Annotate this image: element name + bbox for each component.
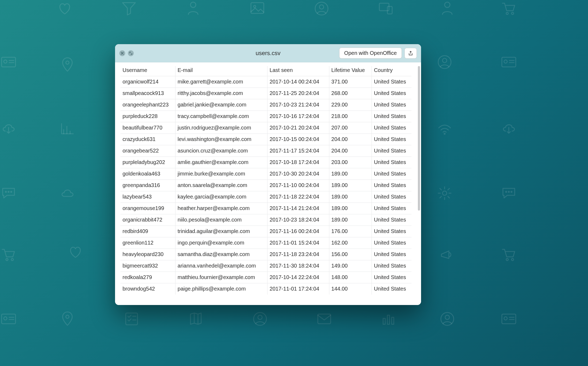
share-icon (408, 50, 413, 56)
quicklook-window: users.csv Open with OpenOffice Username (115, 44, 421, 305)
cell-ltv: 203.00 (329, 157, 372, 168)
fullscreen-button[interactable] (128, 50, 134, 56)
person-icon (185, 0, 202, 17)
svg-rect-6 (387, 6, 392, 14)
table-row: smallpeacock913ritthy.jacobs@example.com… (120, 88, 411, 99)
megaphone-icon (439, 246, 456, 263)
svg-rect-35 (318, 314, 331, 324)
table-row: orangebear522asuncion.cruz@example.com20… (120, 145, 411, 157)
svg-point-14 (442, 58, 447, 63)
cell-last_seen: 2017-11-01 15:24:04 (267, 237, 329, 249)
cart-icon (0, 246, 17, 263)
cell-country: United States (372, 99, 411, 111)
svg-point-27 (506, 258, 508, 261)
cell-username: purpleduck228 (120, 111, 175, 122)
cell-username: greenlion112 (120, 237, 175, 249)
close-icon (121, 52, 124, 55)
cell-username: redbird409 (120, 226, 175, 237)
cell-last_seen: 2017-11-18 22:24:04 (267, 191, 329, 203)
svg-point-18 (5, 191, 6, 192)
cell-ltv: 268.00 (329, 88, 372, 99)
mail-icon (316, 310, 333, 327)
col-country: Country (372, 66, 411, 76)
cell-email: anton.saarela@example.com (175, 180, 267, 191)
share-button[interactable] (404, 48, 417, 59)
svg-point-28 (511, 258, 514, 261)
svg-point-12 (66, 61, 69, 64)
svg-rect-37 (387, 315, 390, 324)
cell-country: United States (372, 76, 411, 88)
cell-ltv: 207.00 (329, 122, 372, 134)
cell-country: United States (372, 122, 411, 134)
svg-rect-38 (392, 317, 394, 324)
cell-country: United States (372, 249, 411, 260)
cell-username: lazybear543 (120, 191, 175, 203)
cell-last_seen: 2017-10-14 00:24:04 (267, 76, 329, 88)
cell-ltv: 149.00 (329, 260, 372, 272)
col-email: E-mail (175, 66, 267, 76)
pin-icon (59, 56, 76, 73)
image-icon (249, 0, 266, 17)
cell-ltv: 218.00 (329, 111, 372, 122)
cell-ltv: 176.00 (329, 226, 372, 237)
cell-ltv: 144.00 (329, 283, 372, 295)
col-lastseen: Last seen (267, 66, 329, 76)
table-row: goldenkoala463jimmie.burke@example.com20… (120, 168, 411, 180)
cell-email: paige.phillips@example.com (175, 283, 267, 295)
table-row: redkoala279matthieu.fournier@example.com… (120, 272, 411, 283)
table-row: beautifulbear770justin.rodriguez@example… (120, 122, 411, 134)
cell-last_seen: 2017-11-10 00:24:04 (267, 180, 329, 191)
table-header-row: Username E-mail Last seen Lifetime Value… (120, 66, 411, 76)
cell-username: organicrabbit472 (120, 214, 175, 226)
cell-email: ingo.perquin@example.com (175, 237, 267, 249)
cell-ltv: 189.00 (329, 191, 372, 203)
table-row: orangemouse199heather.harper@example.com… (120, 203, 411, 214)
cell-ltv: 148.00 (329, 272, 372, 283)
svg-point-40 (445, 315, 449, 319)
cell-username: orangemouse199 (120, 203, 175, 214)
cell-username: orangeelephant223 (120, 99, 175, 111)
open-with-button[interactable]: Open with OpenOffice (339, 48, 402, 59)
svg-point-42 (504, 317, 507, 320)
content-area: Username E-mail Last seen Lifetime Value… (115, 62, 421, 305)
id-card-icon (500, 310, 517, 327)
cloud-download-icon (500, 120, 517, 138)
cell-email: trinidad.aguilar@example.com (175, 226, 267, 237)
cell-last_seen: 2017-11-30 18:24:04 (267, 260, 329, 272)
wifi-icon (436, 120, 453, 138)
svg-rect-32 (126, 313, 138, 325)
cell-ltv: 189.00 (329, 168, 372, 180)
close-button[interactable] (119, 50, 125, 56)
table-row: purpleduck228tracy.campbell@example.com2… (120, 111, 411, 122)
table-scroll[interactable]: Username E-mail Last seen Lifetime Value… (115, 62, 417, 305)
cell-ltv: 371.00 (329, 76, 372, 88)
cell-username: greenpanda316 (120, 180, 175, 191)
scroll-thumb[interactable] (418, 66, 420, 211)
heart-icon (56, 0, 73, 17)
table-row: greenlion112ingo.perquin@example.com2017… (120, 237, 411, 249)
table-row: greenpanda316anton.saarela@example.com20… (120, 180, 411, 191)
scrollbar[interactable] (417, 62, 421, 305)
chat-icon (500, 185, 517, 202)
cell-last_seen: 2017-11-16 00:24:04 (267, 226, 329, 237)
svg-rect-1 (251, 3, 264, 13)
cell-country: United States (372, 260, 411, 272)
cell-last_seen: 2017-11-25 20:24:04 (267, 88, 329, 99)
svg-point-31 (66, 315, 69, 318)
cell-ltv: 162.00 (329, 237, 372, 249)
table-row: lazybear543kaylee.garcia@example.com2017… (120, 191, 411, 203)
svg-point-7 (445, 2, 450, 7)
avatar-icon (436, 54, 453, 71)
cart-icon (500, 0, 517, 17)
cell-country: United States (372, 180, 411, 191)
svg-point-23 (508, 191, 509, 192)
cell-username: purpleladybug202 (120, 157, 175, 168)
cell-username: crazyduck631 (120, 134, 175, 145)
cell-country: United States (372, 226, 411, 237)
col-ltv: Lifetime Value (329, 66, 372, 76)
cell-last_seen: 2017-10-23 21:24:04 (267, 99, 329, 111)
funnel-icon (120, 0, 138, 17)
bar-chart-icon (59, 120, 76, 138)
table-row: organicwolf214mike.garrett@example.com20… (120, 76, 411, 88)
cell-ltv: 189.00 (329, 214, 372, 226)
